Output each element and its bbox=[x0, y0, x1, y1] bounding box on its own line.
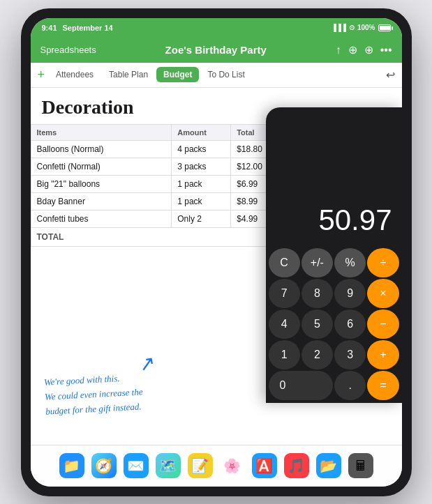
calc-buttons: C+/-%÷789×456−123+0.= bbox=[266, 245, 402, 403]
calc-btn-6[interactable]: 6 bbox=[334, 310, 366, 339]
calc-btn-[interactable]: + bbox=[367, 340, 399, 369]
music-icon[interactable]: 🎵 bbox=[284, 453, 309, 478]
cell-item: Confetti tubes bbox=[31, 210, 172, 227]
status-date: September 14 bbox=[63, 24, 113, 32]
header-amount: Amount bbox=[172, 124, 231, 140]
cell-amount: 1 pack bbox=[172, 192, 231, 210]
tab-table-plan[interactable]: Table Plan bbox=[102, 67, 155, 82]
calc-btn-[interactable]: − bbox=[367, 310, 399, 339]
calc-btn-4[interactable]: 4 bbox=[269, 310, 300, 339]
nav-icons: ↑ ⊕ ⊕ ••• bbox=[336, 43, 392, 56]
calc-btn-[interactable]: % bbox=[334, 248, 366, 277]
calc-btn-[interactable]: = bbox=[367, 371, 399, 400]
ipad-screen: 9:41 September 14 ▐▐▐ ⊙ 100% Spreadsheet… bbox=[31, 18, 402, 487]
status-right: ▐▐▐ ⊙ 100% bbox=[332, 24, 391, 31]
safari-icon[interactable]: 🧭 bbox=[91, 453, 117, 478]
back-button[interactable]: Spreadsheets bbox=[40, 45, 96, 55]
calculator: 50.97 C+/-%÷789×456−123+0.= bbox=[266, 107, 402, 403]
share-icon[interactable]: ↑ bbox=[336, 44, 341, 56]
calc-btn-9[interactable]: 9 bbox=[334, 279, 366, 308]
calc-btn-[interactable]: . bbox=[334, 371, 366, 400]
calc-btn-0[interactable]: 0 bbox=[269, 371, 334, 400]
status-bar: 9:41 September 14 ▐▐▐ ⊙ 100% bbox=[31, 18, 402, 38]
undo-button[interactable]: ↩ bbox=[386, 68, 395, 82]
dock: 📁🧭✉️🗺️📝🌸🅰️🎵📂🖩 bbox=[31, 445, 402, 487]
calc-btn-8[interactable]: 8 bbox=[301, 279, 333, 308]
calc-btn-C[interactable]: C bbox=[269, 248, 300, 277]
cell-item: Balloons (Normal) bbox=[31, 140, 172, 158]
battery-label: 100% bbox=[357, 24, 375, 31]
notes-icon[interactable]: 📝 bbox=[188, 453, 213, 478]
calculator-icon[interactable]: 🖩 bbox=[348, 453, 373, 478]
calc-btn-[interactable]: ÷ bbox=[367, 248, 399, 277]
nav-title: Zoe's Birthday Party bbox=[165, 44, 267, 56]
calc-btn-2[interactable]: 2 bbox=[301, 340, 333, 369]
tab-budget[interactable]: Budget bbox=[156, 67, 199, 82]
arrow-decoration: ↗ bbox=[137, 351, 156, 376]
handwriting-note: We're good with this. We could even incr… bbox=[43, 370, 144, 419]
more-icon[interactable]: ••• bbox=[380, 44, 392, 56]
wifi-icon: ⊙ bbox=[349, 24, 355, 31]
mail-icon[interactable]: ✉️ bbox=[124, 453, 149, 478]
header-items: Items bbox=[31, 124, 172, 140]
battery-icon bbox=[378, 24, 391, 31]
calc-display: 50.97 bbox=[266, 107, 402, 245]
files2-icon[interactable]: 📂 bbox=[316, 453, 341, 478]
ipad-frame: 9:41 September 14 ▐▐▐ ⊙ 100% Spreadsheet… bbox=[21, 8, 412, 496]
nav-bar: Spreadsheets Zoe's Birthday Party ↑ ⊕ ⊕ … bbox=[31, 38, 402, 63]
calc-btn-[interactable]: × bbox=[367, 279, 399, 308]
cell-amount: 3 packs bbox=[172, 158, 231, 175]
collab-icon[interactable]: ⊕ bbox=[348, 43, 357, 56]
cell-item: Confetti (Normal) bbox=[31, 158, 172, 175]
tab-attendees[interactable]: Attendees bbox=[49, 67, 100, 82]
status-time: 9:41 bbox=[42, 24, 57, 32]
signal-icon: ▐▐▐ bbox=[332, 24, 346, 31]
calc-btn-7[interactable]: 7 bbox=[269, 279, 300, 308]
appstore-icon[interactable]: 🅰️ bbox=[252, 453, 277, 478]
add-sheet-button[interactable]: + bbox=[38, 68, 45, 82]
cell-item: Big "21" balloons bbox=[31, 175, 172, 192]
calc-btn-1[interactable]: 1 bbox=[269, 340, 300, 369]
main-content: Decoration Items Amount Total Notes Ball… bbox=[31, 88, 402, 445]
cell-item: Bday Banner bbox=[31, 192, 172, 210]
calc-btn-5[interactable]: 5 bbox=[301, 310, 333, 339]
cell-amount: Only 2 bbox=[172, 210, 231, 227]
tab-bar: + Attendees Table Plan Budget To Do List… bbox=[31, 63, 402, 88]
calc-btn-[interactable]: +/- bbox=[301, 248, 333, 277]
files-icon[interactable]: 📁 bbox=[59, 453, 84, 478]
calc-btn-3[interactable]: 3 bbox=[334, 340, 366, 369]
photos-icon[interactable]: 🌸 bbox=[220, 453, 245, 478]
add-icon[interactable]: ⊕ bbox=[364, 43, 373, 56]
maps-icon[interactable]: 🗺️ bbox=[156, 453, 181, 478]
cell-amount: 1 pack bbox=[172, 175, 231, 192]
cell-amount: 4 packs bbox=[172, 140, 231, 158]
tab-todo[interactable]: To Do List bbox=[200, 67, 251, 82]
